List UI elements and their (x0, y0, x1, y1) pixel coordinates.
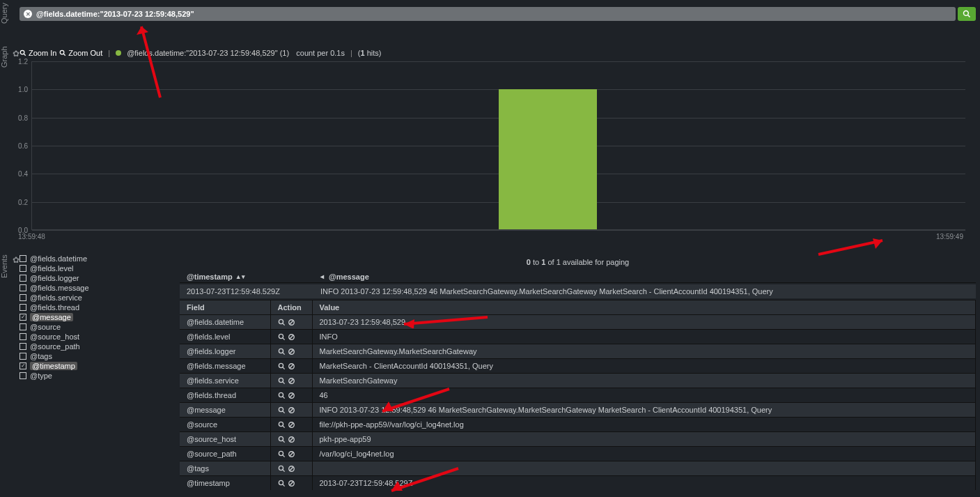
checkbox-icon[interactable] (20, 275, 26, 282)
svg-line-53 (289, 481, 293, 485)
detail-actions (270, 359, 312, 374)
filter-in-icon[interactable] (278, 421, 286, 429)
search-button[interactable] (958, 7, 976, 21)
hits-label: (1 hits) (358, 49, 382, 57)
checkbox-icon[interactable] (20, 372, 26, 379)
filter-out-icon[interactable] (288, 406, 295, 414)
event-timestamp: 2013-07-23T12:59:48.529Z (180, 284, 313, 298)
svg-line-47 (282, 469, 284, 471)
checkbox-icon[interactable] (20, 323, 26, 330)
query-text[interactable]: @fields.datetime:"2013-07-23 12:59:48,52… (36, 10, 951, 18)
field-item[interactable]: @source_path (20, 342, 176, 351)
gear-icon[interactable]: ✿ (13, 49, 20, 59)
detail-field: @fields.level (180, 330, 270, 344)
checkbox-checked-icon[interactable]: ✓ (20, 362, 26, 369)
checkbox-icon[interactable] (20, 353, 26, 360)
field-item[interactable]: ✓@message (20, 312, 176, 322)
svg-point-42 (279, 451, 283, 455)
detail-actions (270, 418, 312, 432)
field-item[interactable]: @fields.logger (20, 273, 176, 283)
detail-field: @fields.logger (180, 344, 270, 359)
filter-out-icon[interactable] (288, 333, 295, 341)
x-tick: 13:59:49 (936, 233, 963, 240)
filter-out-icon[interactable] (288, 421, 295, 429)
field-item[interactable]: @fields.thread (20, 303, 176, 312)
filter-in-icon[interactable] (278, 333, 286, 341)
section-label-query[interactable]: Query (0, 4, 10, 24)
detail-field: @fields.thread (180, 388, 270, 403)
filter-out-icon[interactable] (288, 362, 295, 370)
svg-line-51 (282, 484, 284, 486)
svg-point-6 (279, 319, 283, 323)
filter-out-icon[interactable] (288, 465, 295, 473)
svg-line-56 (818, 240, 882, 254)
field-name: @fields.service (30, 293, 82, 302)
svg-line-9 (289, 320, 293, 324)
move-left-icon[interactable]: ◂ (320, 273, 324, 280)
field-name: @fields.logger (30, 274, 79, 282)
column-message[interactable]: ◂ @message (313, 270, 976, 282)
field-item[interactable]: @type (20, 371, 176, 381)
field-name: @source_path (30, 342, 80, 351)
field-item[interactable]: @source (20, 322, 176, 332)
filter-in-icon[interactable] (278, 362, 286, 370)
checkbox-icon[interactable] (20, 343, 26, 350)
checkbox-icon[interactable] (20, 284, 26, 291)
filter-in-icon[interactable] (278, 392, 286, 399)
filter-in-icon[interactable] (278, 450, 286, 458)
filter-out-icon[interactable] (288, 348, 295, 355)
filter-out-icon[interactable] (288, 392, 295, 399)
section-label-graph[interactable]: Graph (0, 46, 10, 68)
column-timestamp[interactable]: @timestamp ▲▾ (180, 270, 313, 282)
zoom-in-button[interactable]: Zoom In (20, 49, 56, 57)
checkbox-icon[interactable] (20, 265, 26, 272)
filter-in-icon[interactable] (278, 377, 286, 385)
events-histogram-chart[interactable]: 0.00.20.40.60.81.01.213:59:4813:59:49 (13, 59, 977, 240)
filter-out-icon[interactable] (288, 377, 295, 385)
field-list: @fields.datetime@fields.level@fields.log… (20, 254, 176, 381)
detail-field: @tags (180, 461, 270, 476)
field-item[interactable]: @fields.datetime (20, 254, 176, 263)
clear-query-icon[interactable]: ✕ (24, 10, 32, 18)
svg-point-2 (20, 50, 24, 54)
checkbox-icon[interactable] (20, 294, 26, 301)
section-label-events[interactable]: Events (0, 254, 10, 279)
detail-actions (270, 344, 312, 359)
checkbox-icon[interactable] (20, 333, 26, 340)
event-row[interactable]: 2013-07-23T12:59:48.529Z INFO 2013-07-23… (180, 284, 976, 298)
svg-line-21 (289, 364, 293, 368)
field-name: @fields.message (30, 284, 89, 292)
field-name: @tags (30, 352, 52, 360)
histogram-bar[interactable] (499, 89, 597, 229)
checkbox-icon[interactable] (20, 255, 26, 262)
detail-value: pkh-ppe-app59 (312, 432, 976, 447)
field-item[interactable]: @fields.level (20, 263, 176, 273)
y-tick: 0.8 (13, 114, 28, 122)
filter-out-icon[interactable] (288, 436, 295, 443)
filter-in-icon[interactable] (278, 480, 286, 487)
field-item[interactable]: @fields.message (20, 283, 176, 293)
svg-marker-55 (137, 26, 148, 35)
zoom-out-button[interactable]: Zoom Out (59, 49, 102, 57)
field-item[interactable]: @tags (20, 351, 176, 361)
field-item[interactable]: @fields.service (20, 293, 176, 303)
filter-out-icon[interactable] (288, 319, 295, 326)
field-name: @fields.datetime (30, 254, 87, 263)
checkbox-icon[interactable] (20, 304, 26, 311)
filter-in-icon[interactable] (278, 319, 286, 326)
sort-caret-icon: ▲▾ (235, 273, 245, 280)
field-item[interactable]: @source_host (20, 332, 176, 342)
checkbox-checked-icon[interactable]: ✓ (20, 314, 26, 321)
filter-out-icon[interactable] (288, 480, 295, 487)
svg-line-25 (289, 379, 293, 383)
filter-in-icon[interactable] (278, 406, 286, 414)
filter-in-icon[interactable] (278, 465, 286, 473)
filter-in-icon[interactable] (278, 436, 286, 443)
filter-in-icon[interactable] (278, 348, 286, 355)
filter-out-icon[interactable] (288, 450, 295, 458)
y-tick: 0.6 (13, 142, 28, 150)
field-item[interactable]: ✓@timestamp (20, 361, 176, 371)
event-detail-table: Field Action Value @fields.datetime2013-… (180, 300, 976, 490)
events-gear-icon[interactable]: ✿ (13, 255, 20, 265)
detail-row: @fields.thread46 (180, 388, 976, 403)
